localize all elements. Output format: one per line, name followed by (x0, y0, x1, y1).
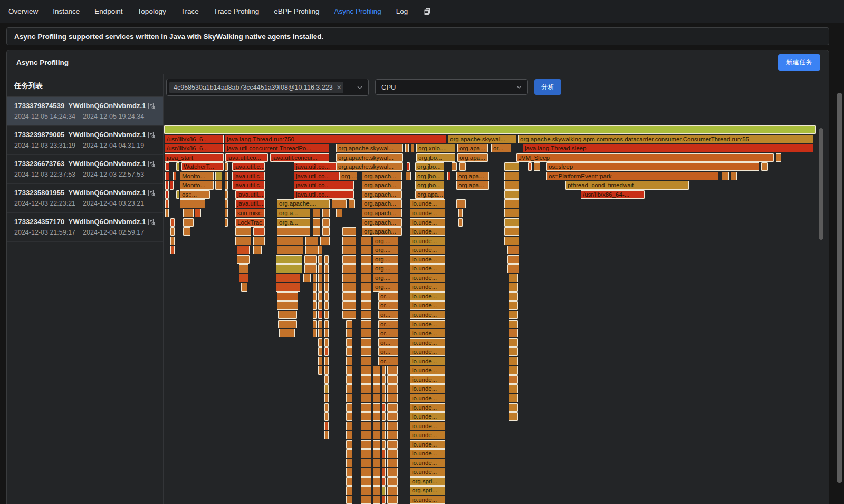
flame-block-unlabeled[interactable] (165, 162, 169, 171)
flame-block[interactable]: io.unde... (410, 237, 445, 245)
flame-block-unlabeled[interactable] (761, 162, 768, 171)
flame-block-unlabeled[interactable] (324, 255, 329, 264)
flame-block-unlabeled[interactable] (509, 329, 518, 337)
flame-block-unlabeled[interactable] (361, 394, 371, 402)
flame-block-unlabeled[interactable] (342, 292, 356, 301)
flame-block-unlabeled[interactable] (509, 375, 518, 384)
flame-block-unlabeled[interactable] (509, 292, 518, 301)
flame-block-unlabeled[interactable] (509, 311, 518, 319)
flame-block[interactable]: org.apache.skywal... (336, 153, 403, 162)
flame-block-unlabeled[interactable] (346, 403, 352, 412)
flame-block-unlabeled[interactable] (279, 329, 295, 337)
flame-block-unlabeled[interactable] (509, 338, 518, 347)
flame-block-unlabeled[interactable] (324, 384, 329, 393)
flame-block-unlabeled[interactable] (324, 274, 329, 282)
flame-block-unlabeled[interactable] (509, 320, 518, 328)
flame-block-unlabeled[interactable] (346, 477, 352, 486)
flame-block[interactable]: org.apa... (456, 172, 489, 180)
flame-block-unlabeled[interactable] (507, 255, 519, 264)
flame-block-unlabeled[interactable] (382, 412, 386, 421)
flame-block-unlabeled[interactable] (253, 246, 262, 254)
flame-block-unlabeled[interactable] (165, 209, 169, 217)
flame-block-unlabeled[interactable] (346, 449, 352, 458)
flame-block-unlabeled[interactable] (382, 422, 386, 430)
flame-block[interactable]: or... (491, 144, 511, 152)
flame-block-unlabeled[interactable] (387, 440, 398, 449)
flame-block[interactable]: org.jbo... (415, 172, 444, 180)
flame-block-unlabeled[interactable] (504, 237, 519, 245)
flame-block[interactable]: io.unde... (410, 468, 445, 476)
flame-block[interactable]: org.spri... (410, 486, 445, 495)
flame-block-unlabeled[interactable] (305, 237, 318, 245)
flame-block[interactable]: org.jbo... (415, 181, 444, 189)
flame-block-unlabeled[interactable] (458, 218, 463, 227)
flame-block-unlabeled[interactable] (387, 477, 398, 486)
flame-block-unlabeled[interactable] (165, 172, 169, 180)
flame-block-unlabeled[interactable] (225, 181, 228, 189)
flame-block-unlabeled[interactable] (361, 375, 371, 384)
flame-block[interactable]: io.unde... (410, 459, 445, 467)
flame-block-unlabeled[interactable] (276, 274, 300, 282)
flame-block[interactable]: java.util.concurrent.ThreadPo... (225, 144, 329, 152)
flame-block-unlabeled[interactable] (382, 496, 386, 504)
flame-block-unlabeled[interactable] (528, 162, 532, 171)
flame-block-unlabeled[interactable] (361, 440, 371, 449)
flame-block-unlabeled[interactable] (373, 422, 380, 430)
flame-block-unlabeled[interactable] (313, 283, 317, 291)
flame-block-unlabeled[interactable] (313, 274, 317, 282)
flame-block-unlabeled[interactable] (342, 283, 356, 291)
flame-block-unlabeled[interactable] (509, 412, 518, 421)
flame-block-unlabeled[interactable] (406, 172, 411, 180)
flame-block[interactable]: or... (378, 311, 398, 319)
flame-block-unlabeled[interactable] (313, 227, 320, 236)
flame-block[interactable]: java_start (165, 153, 224, 162)
flame-block-unlabeled[interactable] (225, 162, 228, 171)
flame-block[interactable]: os::... (180, 190, 210, 199)
flame-block-unlabeled[interactable] (342, 301, 356, 309)
flame-block[interactable]: java.util.c... (232, 162, 265, 171)
flame-block-unlabeled[interactable] (387, 496, 398, 504)
flame-block-unlabeled[interactable] (504, 218, 519, 227)
flame-block-unlabeled[interactable] (324, 375, 329, 384)
flame-block[interactable]: org.apache.... (277, 199, 330, 208)
flame-block-unlabeled[interactable] (278, 311, 297, 319)
flame-block-unlabeled[interactable] (324, 311, 329, 319)
flame-block-unlabeled[interactable] (313, 264, 317, 273)
flame-block-unlabeled[interactable] (332, 199, 347, 208)
flame-block-unlabeled[interactable] (318, 338, 322, 347)
flame-block-unlabeled[interactable] (456, 199, 466, 208)
flame-block-unlabeled[interactable] (324, 320, 329, 328)
flame-block-unlabeled[interactable] (320, 237, 330, 245)
flame-block-unlabeled[interactable] (180, 199, 205, 208)
flame-block[interactable]: java.lang.Thread.run:750 (225, 135, 446, 143)
flame-block-unlabeled[interactable] (336, 209, 342, 217)
flame-block-unlabeled[interactable] (313, 311, 317, 319)
flame-block[interactable]: org.... (373, 283, 398, 291)
flame-block[interactable]: or... (378, 301, 398, 309)
flame-block[interactable]: io.unde... (410, 449, 445, 458)
flame-graph[interactable]: /usr/lib/x86_6...java.lang.Thread.run:75… (164, 125, 825, 504)
nav-tab-instance[interactable]: Instance (53, 7, 80, 15)
flame-block-unlabeled[interactable] (361, 459, 371, 467)
flame-block-unlabeled[interactable] (459, 162, 466, 171)
flame-block-unlabeled[interactable] (318, 347, 322, 356)
flame-block[interactable]: org.apach... (362, 172, 402, 180)
task-list-item[interactable]: 1733379874539_YWdlbnQ6OnNvbmdz.12024-12-… (7, 97, 163, 126)
flame-block-unlabeled[interactable] (225, 209, 228, 217)
flame-block[interactable]: or... (378, 329, 398, 337)
flame-block-unlabeled[interactable] (509, 384, 518, 393)
flame-block-unlabeled[interactable] (387, 384, 398, 393)
flame-block-unlabeled[interactable] (313, 292, 317, 301)
flame-block-unlabeled[interactable] (382, 403, 386, 412)
flame-block-unlabeled[interactable] (346, 357, 352, 365)
flame-block[interactable]: org.jbo... (416, 153, 455, 162)
flame-block-unlabeled[interactable] (346, 431, 352, 439)
flame-block-unlabeled[interactable] (195, 209, 201, 217)
nav-tab-endpoint[interactable]: Endpoint (94, 7, 122, 15)
flame-block[interactable]: org.... (339, 172, 357, 180)
flame-block[interactable]: Monito... (180, 172, 214, 180)
flame-block-unlabeled[interactable] (361, 347, 371, 356)
flame-block-unlabeled[interactable] (387, 449, 398, 458)
flame-block[interactable]: org.apach... (362, 181, 402, 189)
flame-block-unlabeled[interactable] (215, 181, 222, 189)
